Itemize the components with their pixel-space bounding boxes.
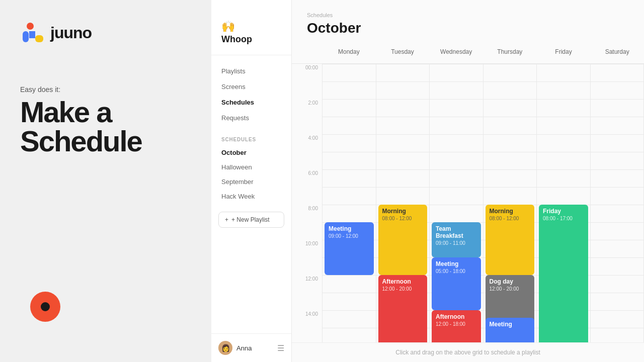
time-0500 <box>292 152 322 169</box>
day-col-thursday[interactable]: Morning 08:00 - 12:00 Dog day 12:00 - 20… <box>484 64 537 342</box>
left-panel: juuno Easy does it: Make a Schedule <box>0 0 211 362</box>
day-col-monday[interactable]: Meeting 09:00 - 12:00 <box>323 64 376 342</box>
time-0700 <box>292 187 322 205</box>
time-0800: 8:00 <box>292 205 322 222</box>
time-0100 <box>292 81 322 99</box>
time-0900 <box>292 222 322 240</box>
user-info: 👩 Anna <box>218 341 252 355</box>
headline: Make a Schedule <box>20 98 191 156</box>
time-0400: 4:00 <box>292 134 322 152</box>
nav-playlists[interactable]: Playlists <box>211 63 291 79</box>
main-content: Schedules October Monday Tuesday Wednesd… <box>292 0 644 362</box>
new-playlist-button[interactable]: + + New Playlist <box>218 212 284 228</box>
user-name: Anna <box>236 344 252 352</box>
schedules-section-label: SCHEDULES <box>211 134 291 145</box>
breadcrumb: Schedules <box>307 12 629 18</box>
event-friday[interactable]: Friday 08:00 - 17:00 <box>539 205 588 342</box>
logo-text: juuno <box>50 24 92 42</box>
time-1300 <box>292 293 322 310</box>
tagline: Easy does it: <box>20 85 191 94</box>
main-header: Schedules October <box>292 0 644 44</box>
time-0200: 2:00 <box>292 99 322 117</box>
event-afternoon-wednesday[interactable]: Afternoon 12:00 - 18:00 <box>432 310 481 342</box>
day-col-saturday[interactable] <box>591 64 645 342</box>
day-tuesday: Tuesday <box>376 44 430 59</box>
day-saturday: Saturday <box>590 44 644 59</box>
time-1000: 10:00 <box>292 240 322 257</box>
calendar-header: Monday Tuesday Wednesday Thursday Friday… <box>292 44 644 64</box>
svg-point-0 <box>27 23 34 30</box>
time-1200: 12:00 <box>292 275 322 293</box>
time-1100 <box>292 257 322 275</box>
record-inner <box>41 302 50 311</box>
sidebar-footer: 👩 Anna ☰ <box>211 333 291 362</box>
sidebar: 🙌 Whoop Playlists Screens Schedules Requ… <box>211 0 292 362</box>
day-thursday: Thursday <box>483 44 537 59</box>
days-grid[interactable]: Meeting 09:00 - 12:00 Morning 08:00 - 12… <box>322 64 644 342</box>
event-meeting-monday[interactable]: Meeting 09:00 - 12:00 <box>325 222 374 275</box>
time-1500 <box>292 328 322 342</box>
day-wednesday: Wednesday <box>429 44 483 59</box>
logo-icon <box>20 20 45 45</box>
nav-screens[interactable]: Screens <box>211 79 291 95</box>
schedule-item-halloween[interactable]: Halloween <box>211 160 291 174</box>
event-morning-tuesday[interactable]: Morning 08:00 - 12:00 <box>378 205 428 275</box>
event-meeting-thursday[interactable]: Meeting <box>486 318 535 342</box>
plus-icon: + <box>225 216 228 223</box>
event-team-breakfast[interactable]: Team Breakfast 09:00 - 11:00 <box>432 222 481 257</box>
day-col-wednesday[interactable]: Team Breakfast 09:00 - 11:00 Meeting 05:… <box>430 64 484 342</box>
day-monday: Monday <box>322 44 376 59</box>
event-morning-thursday[interactable]: Morning 08:00 - 12:00 <box>486 205 535 275</box>
time-gutter: 00:00 2:00 4:00 6:00 8:00 10:00 12:00 14… <box>292 64 322 342</box>
day-col-tuesday[interactable]: Morning 08:00 - 12:00 Afternoon 12:00 - … <box>376 64 430 342</box>
new-playlist-label: + New Playlist <box>231 216 270 223</box>
time-0000: 00:00 <box>292 64 322 81</box>
menu-icon[interactable]: ☰ <box>277 343 284 353</box>
day-col-friday[interactable]: Friday 08:00 - 17:00 Beer o'clock 17:00 … <box>537 64 591 342</box>
svg-rect-1 <box>23 31 29 42</box>
logo: juuno <box>20 20 191 45</box>
bottom-hint: Click and drag on the above grid to sche… <box>292 342 644 362</box>
svg-rect-3 <box>35 35 43 42</box>
nav-schedules[interactable]: Schedules <box>211 95 291 110</box>
event-meeting-wednesday[interactable]: Meeting 05:00 - 18:00 <box>432 257 481 310</box>
day-friday: Friday <box>537 44 591 59</box>
nav-requests[interactable]: Requests <box>211 110 291 126</box>
time-gutter-header <box>292 44 322 59</box>
time-0300 <box>292 117 322 134</box>
svg-rect-2 <box>29 31 35 38</box>
record-button[interactable] <box>30 292 60 322</box>
calendar-container: Monday Tuesday Wednesday Thursday Friday… <box>292 44 644 342</box>
schedules-section: SCHEDULES October Halloween September Ha… <box>211 134 291 204</box>
workspace-header: 🙌 Whoop <box>211 20 291 55</box>
workspace-emoji: 🙌 <box>221 20 281 33</box>
workspace-name: Whoop <box>221 34 281 45</box>
avatar: 👩 <box>218 341 232 355</box>
schedule-item-september[interactable]: September <box>211 174 291 189</box>
schedule-item-hackweek[interactable]: Hack Week <box>211 189 291 204</box>
schedule-item-october[interactable]: October <box>211 145 291 160</box>
time-0600: 6:00 <box>292 169 322 187</box>
event-afternoon-tuesday[interactable]: Afternoon 12:00 - 20:00 <box>378 275 428 342</box>
page-title: October <box>307 20 629 36</box>
time-1400: 14:00 <box>292 310 322 328</box>
calendar-body: 00:00 2:00 4:00 6:00 8:00 10:00 12:00 14… <box>292 64 644 342</box>
